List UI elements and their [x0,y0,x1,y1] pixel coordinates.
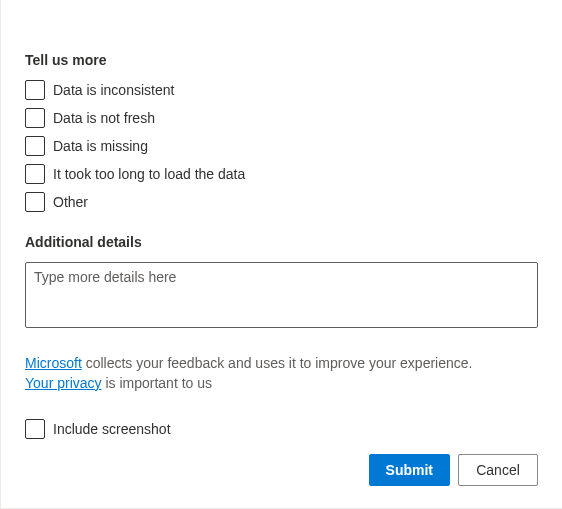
info-text-2: is important to us [102,375,213,391]
feedback-form: Tell us more Data is inconsistent Data i… [1,0,562,439]
checkbox-icon[interactable] [25,80,45,100]
checkbox-icon[interactable] [25,108,45,128]
checkbox-icon[interactable] [25,419,45,439]
checkbox-icon[interactable] [25,164,45,184]
option-label: Other [53,194,88,210]
additional-details-title: Additional details [25,234,538,250]
include-screenshot-label: Include screenshot [53,421,171,437]
option-data-missing[interactable]: Data is missing [25,136,538,156]
option-other[interactable]: Other [25,192,538,212]
tell-us-more-title: Tell us more [25,52,538,68]
microsoft-link[interactable]: Microsoft [25,355,82,371]
cancel-button[interactable]: Cancel [458,454,538,486]
option-data-inconsistent[interactable]: Data is inconsistent [25,80,538,100]
include-screenshot-option[interactable]: Include screenshot [25,419,538,439]
option-label: Data is inconsistent [53,82,174,98]
option-label: It took too long to load the data [53,166,245,182]
info-text-1: collects your feedback and uses it to im… [82,355,473,371]
checkbox-icon[interactable] [25,192,45,212]
additional-details-input[interactable] [25,262,538,328]
privacy-link[interactable]: Your privacy [25,375,102,391]
dialog-footer: Submit Cancel [369,454,538,486]
checkbox-icon[interactable] [25,136,45,156]
info-text: Microsoft collects your feedback and use… [25,353,538,393]
option-label: Data is missing [53,138,148,154]
option-too-long-to-load[interactable]: It took too long to load the data [25,164,538,184]
submit-button[interactable]: Submit [369,454,450,486]
option-label: Data is not fresh [53,110,155,126]
option-data-not-fresh[interactable]: Data is not fresh [25,108,538,128]
